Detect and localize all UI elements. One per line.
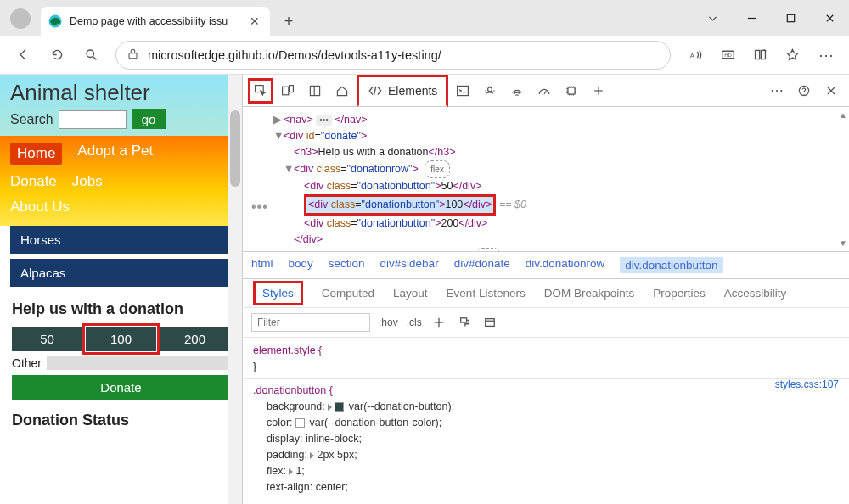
back-button[interactable] xyxy=(8,41,37,70)
dom-scrollbar[interactable]: ▲▼ xyxy=(835,107,847,251)
donate-submit-button[interactable]: Donate xyxy=(12,375,230,400)
favorite-icon[interactable] xyxy=(778,41,807,70)
tab-computed[interactable]: Computed xyxy=(322,287,374,300)
stylesheet-link[interactable]: styles.css:107 xyxy=(775,377,839,393)
network-tab-icon[interactable] xyxy=(504,78,530,104)
window-maximize-icon[interactable] xyxy=(771,5,810,31)
tab-properties[interactable]: Properties xyxy=(653,287,706,300)
browser-tab[interactable]: Demo page with accessibility issu ✕ xyxy=(41,7,270,36)
panel-layout-icon[interactable] xyxy=(302,78,328,104)
page-viewport: Animal shelter Search go Home Adopt a Pe… xyxy=(0,75,243,504)
nav-donate[interactable]: Donate xyxy=(10,173,57,190)
svg-rect-30 xyxy=(485,319,494,327)
profile-icon[interactable] xyxy=(10,8,31,29)
device-toggle-button[interactable] xyxy=(275,78,301,104)
svg-line-20 xyxy=(544,91,546,94)
nav-about[interactable]: About Us xyxy=(10,199,70,216)
address-bar[interactable]: microsoftedge.github.io/Demos/devtools-a… xyxy=(115,41,671,70)
search-icon[interactable] xyxy=(76,41,105,70)
other-input[interactable] xyxy=(47,356,230,370)
performance-tab-icon[interactable] xyxy=(531,78,557,104)
refresh-button[interactable] xyxy=(42,41,71,70)
lock-icon xyxy=(127,48,139,63)
svg-text:HD: HD xyxy=(724,53,732,58)
tab-elements[interactable]: Elements xyxy=(357,75,448,107)
memory-tab-icon[interactable] xyxy=(559,78,584,104)
page-title: Animal shelter xyxy=(10,80,232,106)
chevron-down-icon[interactable] xyxy=(693,5,732,31)
styles-filter-input[interactable] xyxy=(251,313,370,332)
css-rules-pane[interactable]: element.style { } styles.css:107 .donati… xyxy=(243,338,849,504)
tab-layout[interactable]: Layout xyxy=(393,287,428,300)
cls-toggle[interactable]: .cls xyxy=(407,316,422,328)
dom-breadcrumb[interactable]: html body section div#sidebar div#donate… xyxy=(243,251,849,279)
url-text: microsoftedge.github.io/Demos/devtools-a… xyxy=(148,48,441,62)
page-scrollbar[interactable] xyxy=(228,75,242,504)
svg-rect-12 xyxy=(761,50,765,59)
sources-tab-icon[interactable] xyxy=(477,78,503,104)
search-label: Search xyxy=(10,112,53,127)
svg-rect-21 xyxy=(568,87,575,94)
nav-home[interactable]: Home xyxy=(10,143,62,165)
read-aloud-icon[interactable]: A xyxy=(681,41,710,70)
nav-jobs[interactable]: Jobs xyxy=(72,173,103,190)
donation-button-200[interactable]: 200 xyxy=(160,327,230,351)
tab-close-icon[interactable]: ✕ xyxy=(248,14,261,28)
svg-rect-15 xyxy=(290,85,294,92)
new-tab-button[interactable]: + xyxy=(277,9,301,33)
svg-rect-16 xyxy=(310,86,319,95)
svg-rect-29 xyxy=(460,318,466,322)
tab-accessibility[interactable]: Accessibility xyxy=(724,287,787,300)
tab-title: Demo page with accessibility issu xyxy=(70,15,243,27)
svg-point-19 xyxy=(488,87,492,92)
devtools-panel: Elements ⋯ ••• ▶<nav> ••• </nav> ▼<div i… xyxy=(243,75,849,504)
hd-icon[interactable]: HD xyxy=(713,41,742,70)
hov-toggle[interactable]: :hov xyxy=(379,316,398,328)
more-tabs-button[interactable] xyxy=(586,78,611,104)
window-close-icon[interactable] xyxy=(810,5,849,31)
more-icon[interactable]: ⋯ xyxy=(812,41,841,70)
search-input[interactable] xyxy=(59,110,127,129)
status-heading: Donation Status xyxy=(12,412,230,429)
reader-icon[interactable] xyxy=(745,41,774,70)
edge-favicon xyxy=(48,14,63,29)
sidebar-item-alpacas[interactable]: Alpacas xyxy=(10,259,232,287)
tab-styles[interactable]: Styles xyxy=(253,281,303,305)
svg-text:A: A xyxy=(689,52,694,59)
welcome-tab-icon[interactable] xyxy=(329,78,355,104)
svg-line-6 xyxy=(93,57,96,59)
nav-adopt[interactable]: Adopt a Pet xyxy=(77,143,153,165)
svg-rect-7 xyxy=(129,53,137,58)
flex-icon[interactable] xyxy=(481,314,498,331)
inspect-element-button[interactable] xyxy=(248,78,273,104)
svg-rect-2 xyxy=(787,14,794,21)
window-minimize-icon[interactable] xyxy=(732,5,771,31)
donate-heading: Help us with a donation xyxy=(12,300,230,318)
gutter-more-icon[interactable]: ••• xyxy=(251,199,268,215)
new-rule-icon[interactable] xyxy=(430,314,447,331)
paint-icon[interactable] xyxy=(456,314,473,331)
donation-button-50[interactable]: 50 xyxy=(12,327,82,351)
tab-event-listeners[interactable]: Event Listeners xyxy=(447,287,526,300)
help-icon[interactable] xyxy=(791,78,817,104)
svg-rect-14 xyxy=(283,87,289,95)
sidebar-item-horses[interactable]: Horses xyxy=(10,226,232,254)
svg-point-5 xyxy=(86,50,93,58)
donation-button-100[interactable]: 100 xyxy=(86,327,156,351)
selected-dom-node[interactable]: <div class="donationbutton">100</div> xyxy=(304,194,496,216)
go-button[interactable]: go xyxy=(132,109,166,129)
svg-rect-18 xyxy=(458,86,469,95)
console-tab-icon[interactable] xyxy=(450,78,475,104)
other-label: Other xyxy=(12,356,42,370)
devtools-more-icon[interactable]: ⋯ xyxy=(764,78,790,104)
devtools-close-icon[interactable] xyxy=(818,78,844,104)
svg-rect-11 xyxy=(755,50,759,59)
dom-tree[interactable]: ••• ▶<nav> ••• </nav> ▼<div id="donate">… xyxy=(243,107,849,251)
tab-dom-breakpoints[interactable]: DOM Breakpoints xyxy=(544,287,635,300)
